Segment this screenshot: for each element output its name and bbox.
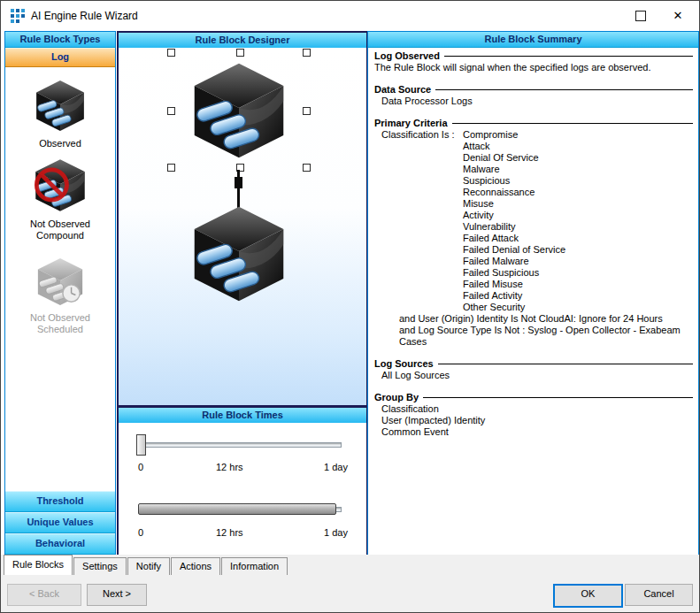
criteria-and-line: and User (Origin) Identity Is Not CloudA… xyxy=(374,313,693,325)
resize-handle[interactable] xyxy=(303,164,311,172)
classification-value: Malware xyxy=(463,164,565,175)
rule-block-types-header: Rule Block Types xyxy=(5,32,115,48)
data-source-value: Data Processor Logs xyxy=(374,96,693,107)
time-slider-track[interactable] xyxy=(138,442,342,448)
heading-rule xyxy=(438,364,693,364)
classification-value: Reconnaissance xyxy=(463,187,565,198)
classification-value: Activity xyxy=(463,210,565,221)
app-logo-icon xyxy=(10,8,26,24)
resize-handle[interactable] xyxy=(167,107,175,115)
cancel-button[interactable]: Cancel xyxy=(625,584,693,606)
times-canvas: 0 12 hrs 1 day 0 12 hrs 1 day xyxy=(119,423,366,556)
log-observed-description: The Rule Block will signal when the spec… xyxy=(374,62,693,73)
resize-handle[interactable] xyxy=(167,164,175,172)
criteria-and-line: and Log Source Type Is Not : Syslog - Op… xyxy=(374,325,693,348)
maximize-button[interactable] xyxy=(623,3,658,28)
tick-label-0: 0 xyxy=(138,462,143,472)
range-slider-bar[interactable] xyxy=(138,503,336,515)
heading-rule xyxy=(435,89,693,90)
tab-actions[interactable]: Actions xyxy=(171,557,220,575)
type-item-label: Not Observed Compound xyxy=(30,218,90,241)
type-item-label: Not Observed Scheduled xyxy=(30,312,90,335)
classification-value: Suspicious xyxy=(463,175,565,187)
section-heading-log-sources: Log Sources xyxy=(374,358,693,370)
classification-value: Failed Malware xyxy=(463,256,565,267)
rule-block-summary-panel: Rule Block Summary Log Observed The Rule… xyxy=(367,31,699,556)
rule-block-summary-header: Rule Block Summary xyxy=(368,32,698,48)
rule-block-times-panel: Rule Block Times 0 12 hrs 1 day 0 12 hrs… xyxy=(117,406,368,557)
classification-value: Misuse xyxy=(463,198,565,210)
tab-information[interactable]: Information xyxy=(221,557,288,575)
resize-handle[interactable] xyxy=(236,49,244,57)
unique-values-type-button[interactable]: Unique Values xyxy=(5,512,115,533)
resize-handle[interactable] xyxy=(167,49,175,57)
type-item-observed[interactable]: Observed xyxy=(5,78,115,149)
classification-value: Failed Misuse xyxy=(463,279,565,290)
classification-value: Vulnerability xyxy=(463,221,565,233)
observed-cube-icon xyxy=(33,78,88,133)
group-by-item: User (Impacted) Identity xyxy=(374,415,693,426)
ai-engine-rule-wizard-window: AI Engine Rule Wizard ✕ Rule Block Types… xyxy=(0,0,700,613)
rule-block-cube-top[interactable] xyxy=(188,58,290,161)
classification-label: Classification Is : xyxy=(381,129,463,313)
classification-value: Other Security xyxy=(463,302,565,313)
classification-values: Compromise Attack Denial Of Service Malw… xyxy=(463,129,565,313)
resize-handle[interactable] xyxy=(303,107,311,115)
ok-button[interactable]: OK xyxy=(553,584,623,608)
heading-rule xyxy=(452,123,693,124)
type-item-not-observed-compound[interactable]: Not Observed Compound xyxy=(5,157,115,241)
section-heading-log-observed: Log Observed xyxy=(374,50,693,62)
log-sources-value: All Log Sources xyxy=(374,370,693,381)
type-item-not-observed-scheduled[interactable]: Not Observed Scheduled xyxy=(5,256,115,335)
classification-value: Failed Denial of Service xyxy=(463,244,565,256)
block-connector-knob[interactable] xyxy=(235,177,242,188)
classification-criteria: Classification Is : Compromise Attack De… xyxy=(374,129,693,313)
threshold-type-button[interactable]: Threshold xyxy=(5,491,115,512)
next-button[interactable]: Next > xyxy=(87,584,147,606)
classification-value: Compromise xyxy=(463,129,565,141)
rule-block-cube-bottom[interactable] xyxy=(188,202,290,304)
footer-bar: < Back Next > OK Cancel xyxy=(1,575,699,612)
section-heading-primary-criteria: Primary Criteria xyxy=(374,118,693,129)
heading-rule xyxy=(423,397,693,398)
maximize-icon xyxy=(635,11,646,21)
tick-label-12hrs: 12 hrs xyxy=(216,462,243,472)
log-type-button[interactable]: Log xyxy=(5,48,115,67)
classification-value: Denial Of Service xyxy=(463,152,565,164)
back-button[interactable]: < Back xyxy=(7,584,81,606)
rule-block-designer-header: Rule Block Designer xyxy=(119,33,366,49)
tab-settings[interactable]: Settings xyxy=(73,557,127,575)
title-bar[interactable]: AI Engine Rule Wizard ✕ xyxy=(1,1,699,30)
section-heading-data-source: Data Source xyxy=(374,84,693,96)
bottom-tab-strip: Rule Blocks Settings Notify Actions Info… xyxy=(1,555,699,575)
classification-value: Failed Suspicious xyxy=(463,267,565,279)
tick-label-1day: 1 day xyxy=(324,527,348,538)
classification-value: Failed Attack xyxy=(463,233,565,244)
close-icon: ✕ xyxy=(673,9,683,22)
tab-notify[interactable]: Notify xyxy=(127,557,170,575)
resize-handle[interactable] xyxy=(303,49,311,57)
not-observed-compound-icon xyxy=(32,157,88,213)
rule-block-designer-panel: Rule Block Designer xyxy=(117,31,368,407)
designer-canvas[interactable] xyxy=(119,48,366,405)
rule-block-times-header: Rule Block Times xyxy=(119,408,366,424)
tick-label-12hrs: 12 hrs xyxy=(216,527,243,538)
classification-value: Failed Activity xyxy=(463,290,565,302)
close-button[interactable]: ✕ xyxy=(660,3,696,28)
heading-rule xyxy=(444,56,693,57)
group-by-item: Common Event xyxy=(374,426,693,438)
summary-body: Log Observed The Rule Block will signal … xyxy=(368,47,698,555)
type-item-label: Observed xyxy=(39,138,81,149)
time-slider-thumb[interactable] xyxy=(136,434,146,456)
tick-label-1day: 1 day xyxy=(324,462,348,472)
tab-rule-blocks[interactable]: Rule Blocks xyxy=(4,555,73,575)
not-observed-scheduled-icon xyxy=(35,256,86,307)
section-heading-group-by: Group By xyxy=(374,392,693,403)
window-title: AI Engine Rule Wizard xyxy=(31,10,138,22)
group-by-item: Classification xyxy=(374,403,693,415)
behavioral-type-button[interactable]: Behavioral xyxy=(5,533,115,555)
rule-block-types-panel: Rule Block Types Log Observed Not Observ… xyxy=(4,31,116,556)
tick-label-0: 0 xyxy=(138,527,143,538)
classification-value: Attack xyxy=(463,141,565,152)
